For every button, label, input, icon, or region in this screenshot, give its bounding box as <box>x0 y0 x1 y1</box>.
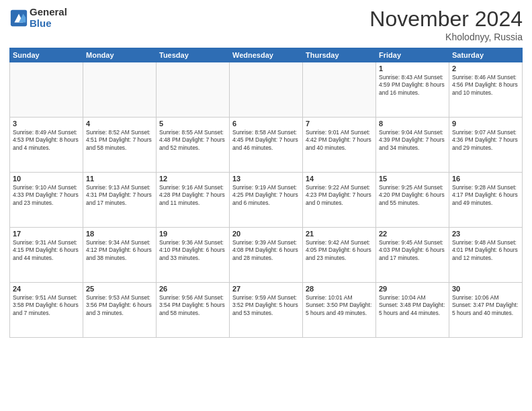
calendar-cell: 29Sunrise: 10:04 AM Sunset: 3:48 PM Dayl… <box>376 283 449 338</box>
logo-general-text: General <box>30 7 67 18</box>
day-number: 26 <box>159 285 226 293</box>
calendar-cell: 9Sunrise: 9:07 AM Sunset: 4:36 PM Daylig… <box>449 118 523 173</box>
day-number: 9 <box>452 120 519 128</box>
location: Kholodnyy, Russia <box>369 32 523 42</box>
col-friday: Friday <box>376 48 449 62</box>
day-info: Sunrise: 9:51 AM Sunset: 3:58 PM Dayligh… <box>13 294 80 317</box>
calendar-cell: 7Sunrise: 9:01 AM Sunset: 4:42 PM Daylig… <box>303 118 376 173</box>
day-number: 30 <box>452 285 519 293</box>
day-number: 8 <box>379 120 446 128</box>
day-number: 24 <box>13 285 80 293</box>
day-number: 21 <box>306 230 373 238</box>
day-info: Sunrise: 9:36 AM Sunset: 4:10 PM Dayligh… <box>159 239 226 262</box>
calendar-week-2: 10Sunrise: 9:10 AM Sunset: 4:33 PM Dayli… <box>10 173 523 228</box>
logo: General Blue <box>9 7 67 29</box>
calendar-cell: 16Sunrise: 9:28 AM Sunset: 4:17 PM Dayli… <box>449 173 523 228</box>
day-number: 13 <box>232 175 300 183</box>
calendar-cell: 6Sunrise: 8:58 AM Sunset: 4:45 PM Daylig… <box>230 118 303 173</box>
title-block: November 2024 Kholodnyy, Russia <box>369 7 523 42</box>
day-number: 29 <box>379 285 446 293</box>
day-info: Sunrise: 10:06 AM Sunset: 3:47 PM Daylig… <box>452 294 519 317</box>
col-tuesday: Tuesday <box>157 48 230 62</box>
day-number: 23 <box>452 230 519 238</box>
calendar-cell: 5Sunrise: 8:55 AM Sunset: 4:48 PM Daylig… <box>157 118 230 173</box>
month-title: November 2024 <box>369 7 523 32</box>
day-info: Sunrise: 9:16 AM Sunset: 4:28 PM Dayligh… <box>159 184 226 207</box>
day-number: 14 <box>306 175 373 183</box>
calendar-cell: 12Sunrise: 9:16 AM Sunset: 4:28 PM Dayli… <box>157 173 230 228</box>
day-number: 11 <box>86 175 153 183</box>
calendar-cell: 26Sunrise: 9:56 AM Sunset: 3:54 PM Dayli… <box>157 283 230 338</box>
day-number: 5 <box>159 120 226 128</box>
day-info: Sunrise: 8:58 AM Sunset: 4:45 PM Dayligh… <box>232 129 300 152</box>
calendar-cell <box>230 62 303 118</box>
calendar-cell: 13Sunrise: 9:19 AM Sunset: 4:25 PM Dayli… <box>230 173 303 228</box>
day-number: 20 <box>232 230 300 238</box>
day-number: 6 <box>232 120 300 128</box>
day-info: Sunrise: 9:59 AM Sunset: 3:52 PM Dayligh… <box>232 294 300 317</box>
day-info: Sunrise: 9:28 AM Sunset: 4:17 PM Dayligh… <box>452 184 519 207</box>
logo-blue-text: Blue <box>30 18 67 30</box>
day-number: 2 <box>452 64 519 73</box>
col-thursday: Thursday <box>303 48 376 62</box>
day-info: Sunrise: 9:13 AM Sunset: 4:31 PM Dayligh… <box>86 184 153 207</box>
day-info: Sunrise: 9:19 AM Sunset: 4:25 PM Dayligh… <box>232 184 300 207</box>
calendar-cell: 18Sunrise: 9:34 AM Sunset: 4:12 PM Dayli… <box>83 228 157 283</box>
calendar-week-1: 3Sunrise: 8:49 AM Sunset: 4:53 PM Daylig… <box>10 118 523 173</box>
day-info: Sunrise: 9:45 AM Sunset: 4:03 PM Dayligh… <box>379 239 446 262</box>
day-info: Sunrise: 9:39 AM Sunset: 4:08 PM Dayligh… <box>232 239 300 262</box>
day-number: 28 <box>306 285 373 293</box>
col-monday: Monday <box>83 48 157 62</box>
day-number: 25 <box>86 285 153 293</box>
calendar-cell <box>157 62 230 118</box>
day-info: Sunrise: 8:52 AM Sunset: 4:51 PM Dayligh… <box>86 129 153 152</box>
calendar-cell: 22Sunrise: 9:45 AM Sunset: 4:03 PM Dayli… <box>376 228 449 283</box>
day-number: 16 <box>452 175 519 183</box>
calendar-week-3: 17Sunrise: 9:31 AM Sunset: 4:15 PM Dayli… <box>10 228 523 283</box>
day-info: Sunrise: 9:53 AM Sunset: 3:56 PM Dayligh… <box>86 294 153 317</box>
calendar-cell <box>10 62 83 118</box>
col-wednesday: Wednesday <box>230 48 303 62</box>
calendar-cell: 30Sunrise: 10:06 AM Sunset: 3:47 PM Dayl… <box>449 283 523 338</box>
day-number: 19 <box>159 230 226 238</box>
calendar-cell: 19Sunrise: 9:36 AM Sunset: 4:10 PM Dayli… <box>157 228 230 283</box>
calendar-cell: 3Sunrise: 8:49 AM Sunset: 4:53 PM Daylig… <box>10 118 83 173</box>
header: General Blue November 2024 Kholodnyy, Ru… <box>9 7 523 42</box>
calendar-cell: 1Sunrise: 8:43 AM Sunset: 4:59 PM Daylig… <box>376 62 449 118</box>
calendar-cell: 27Sunrise: 9:59 AM Sunset: 3:52 PM Dayli… <box>230 283 303 338</box>
page: General Blue November 2024 Kholodnyy, Ru… <box>0 0 532 411</box>
day-info: Sunrise: 9:07 AM Sunset: 4:36 PM Dayligh… <box>452 129 519 152</box>
calendar-cell: 8Sunrise: 9:04 AM Sunset: 4:39 PM Daylig… <box>376 118 449 173</box>
day-number: 3 <box>13 120 80 128</box>
day-number: 7 <box>306 120 373 128</box>
calendar-cell: 28Sunrise: 10:01 AM Sunset: 3:50 PM Dayl… <box>303 283 376 338</box>
day-info: Sunrise: 10:01 AM Sunset: 3:50 PM Daylig… <box>306 294 373 317</box>
calendar-cell: 17Sunrise: 9:31 AM Sunset: 4:15 PM Dayli… <box>10 228 83 283</box>
logo-text: General Blue <box>30 7 67 29</box>
day-info: Sunrise: 10:04 AM Sunset: 3:48 PM Daylig… <box>379 294 446 317</box>
calendar-cell: 4Sunrise: 8:52 AM Sunset: 4:51 PM Daylig… <box>83 118 157 173</box>
calendar-week-0: 1Sunrise: 8:43 AM Sunset: 4:59 PM Daylig… <box>10 62 523 118</box>
day-number: 12 <box>159 175 226 183</box>
calendar-cell: 11Sunrise: 9:13 AM Sunset: 4:31 PM Dayli… <box>83 173 157 228</box>
day-info: Sunrise: 8:55 AM Sunset: 4:48 PM Dayligh… <box>159 129 226 152</box>
calendar: Sunday Monday Tuesday Wednesday Thursday… <box>9 48 523 338</box>
day-info: Sunrise: 9:34 AM Sunset: 4:12 PM Dayligh… <box>86 239 153 262</box>
calendar-cell: 14Sunrise: 9:22 AM Sunset: 4:23 PM Dayli… <box>303 173 376 228</box>
col-sunday: Sunday <box>10 48 83 62</box>
calendar-cell: 24Sunrise: 9:51 AM Sunset: 3:58 PM Dayli… <box>10 283 83 338</box>
day-info: Sunrise: 9:56 AM Sunset: 3:54 PM Dayligh… <box>159 294 226 317</box>
day-number: 15 <box>379 175 446 183</box>
day-number: 10 <box>13 175 80 183</box>
col-saturday: Saturday <box>449 48 523 62</box>
day-number: 1 <box>379 64 446 73</box>
calendar-cell <box>303 62 376 118</box>
day-info: Sunrise: 8:49 AM Sunset: 4:53 PM Dayligh… <box>13 129 80 152</box>
calendar-cell: 2Sunrise: 8:46 AM Sunset: 4:56 PM Daylig… <box>449 62 523 118</box>
day-info: Sunrise: 9:04 AM Sunset: 4:39 PM Dayligh… <box>379 129 446 152</box>
day-number: 22 <box>379 230 446 238</box>
calendar-header-row: Sunday Monday Tuesday Wednesday Thursday… <box>10 48 523 62</box>
day-info: Sunrise: 9:22 AM Sunset: 4:23 PM Dayligh… <box>306 184 373 207</box>
calendar-cell: 23Sunrise: 9:48 AM Sunset: 4:01 PM Dayli… <box>449 228 523 283</box>
calendar-cell <box>83 62 157 118</box>
